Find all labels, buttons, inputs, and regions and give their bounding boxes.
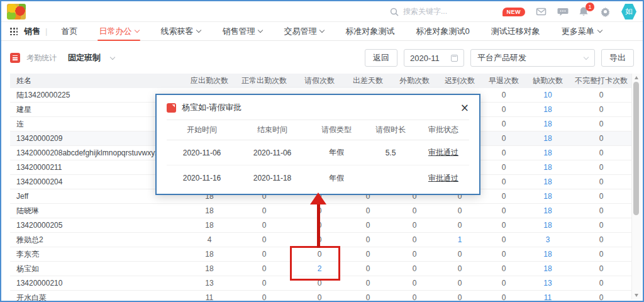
app-logo[interactable] [7,4,26,20]
cell-value: 18 [185,221,234,230]
nav-item-交易管理[interactable]: 交易管理 [277,22,330,41]
cell-value: 18 [185,206,234,215]
cell-link[interactable]: 11 [526,293,570,302]
nav-item-销售管理[interactable]: 销售管理 [216,22,269,41]
cell-value: 0 [345,235,391,244]
mail-icon[interactable] [536,6,547,17]
cell-link[interactable]: 13 [526,279,570,288]
cell-link[interactable]: 18 [526,105,570,114]
cell-value: 0 [391,221,438,230]
cell-value: 0 [570,91,633,99]
cell-link[interactable]: 18 [526,250,570,259]
cell-link[interactable]: 18 [526,134,570,143]
cell-value: 0 [391,206,438,215]
cell-link[interactable]: 18 [526,163,570,172]
cell-link[interactable]: 18 [526,120,570,128]
cell-value: 0 [570,221,633,230]
cell-value: 0 [234,221,294,230]
top-bar: 搜索关键字... NEW 1 [1,1,643,22]
cell-value: 0 [438,293,482,302]
cell-value: 0 [391,250,438,259]
chat-icon[interactable] [557,6,568,17]
cell-value: 0 [391,264,438,273]
cell-link[interactable]: 3 [526,235,570,244]
cell-name: 13420000205 [10,221,185,230]
cell-value: 0 [234,264,294,273]
nav-item-更多菜单[interactable]: 更多菜单 [555,22,608,41]
cell-value: 0 [391,293,438,302]
cell-value: 0 [438,264,482,273]
cell-value: 11 [185,293,234,302]
cell-link[interactable]: 18 [526,148,570,157]
cell-link[interactable]: 1 [438,235,482,244]
chevron-down-icon [597,28,602,33]
nav-item-测试迁移对象[interactable]: 测试迁移对象 [485,22,547,41]
cell-value: 0 [570,279,633,288]
leave-approval-modal: 杨宝如-请假审批 × 开始时间结束时间请假类型请假时长审批状态 2020-11-… [155,94,480,195]
main-nav: 销售 | 首页日常办公线索获客销售管理交易管理标准对象测试标准对象测试0测试迁移… [1,22,643,41]
close-icon[interactable]: × [460,103,469,113]
cell-link[interactable]: 18 [526,177,570,186]
cell-value: 0 [294,235,345,244]
cell-value: 0 [234,250,294,259]
settings-gear-icon[interactable] [600,6,611,17]
cell-value: 0 [438,250,482,259]
nav-item-标准对象测试[interactable]: 标准对象测试 [339,22,401,41]
month-picker[interactable]: 2020-11 [404,49,464,67]
user-avatar[interactable]: 如 [621,4,636,20]
modal-column-header: 请假时长 [365,125,416,135]
cell-value: 0 [570,177,633,186]
cell-value: 13 [185,279,234,288]
table-row: 雅勋总2400001030 [10,233,634,247]
nav-item-首页[interactable]: 首页 [55,22,84,41]
scrollbar-thumb[interactable] [633,82,639,215]
cell-value: 0 [482,91,526,99]
shift-mode-select[interactable]: 固定班制 [68,52,101,64]
cell-value: 0 [391,279,438,288]
cell-link[interactable]: 18 [526,206,570,215]
nav-item-日常办公[interactable]: 日常办公 [92,22,145,41]
cell-value: 0 [482,192,526,201]
nav-item-标准对象测试0[interactable]: 标准对象测试0 [409,22,475,41]
table-row: 开水白菜11000000110 [10,291,634,302]
cell-value: 0 [234,293,294,302]
cell-link[interactable]: 18 [526,221,570,230]
notifications-bell-icon[interactable]: 1 [579,6,589,17]
cell-link[interactable]: 18 [526,192,570,201]
department-select[interactable]: 平台产品研发 [470,49,595,67]
cell-name: 13420000210 [10,279,185,288]
cell-value: 18 [185,264,234,273]
modal-table-row: 2020-11-162020-11-18年假审批通过 [167,165,469,191]
workspace-label[interactable]: 销售 [24,26,40,37]
cell-value: 0 [570,163,633,172]
cell-value: 0 [438,221,482,230]
cell-link[interactable]: 2 [294,264,345,273]
column-header: 缺勤次数 [526,76,570,86]
scroll-down-icon[interactable] [635,294,638,297]
column-header: 姓名 [10,76,185,86]
column-header: 请假次数 [294,76,345,86]
cell-value: 0 [482,105,526,114]
cell-value: 0 [570,105,633,114]
cell-link[interactable]: 18 [526,264,570,273]
breadcrumb: 考勤统计 [26,53,57,64]
back-button[interactable]: 返回 [365,49,397,67]
apps-grid-icon[interactable] [9,27,18,35]
cell-link[interactable]: 10 [526,91,570,99]
chevron-down-icon [196,28,201,33]
calendar-icon [451,55,458,62]
chevron-down-icon [584,55,589,60]
scroll-up-icon[interactable] [635,76,638,79]
approval-status-link[interactable]: 审批通过 [416,173,471,184]
approval-status-link[interactable]: 审批通过 [416,147,471,158]
cell-value: 0 [570,264,633,273]
cell-value: 0 [482,221,526,230]
export-button[interactable]: 导出 [601,49,634,67]
cell-value: 0 [570,235,633,244]
search-input[interactable]: 搜索关键字... [390,1,447,22]
nav-item-线索获客[interactable]: 线索获客 [154,22,207,41]
cell-value: 0 [482,235,526,244]
vertical-scrollbar[interactable] [631,74,641,299]
new-badge[interactable]: NEW [502,8,526,16]
table-row: 杨宝如18020000180 [10,262,634,276]
